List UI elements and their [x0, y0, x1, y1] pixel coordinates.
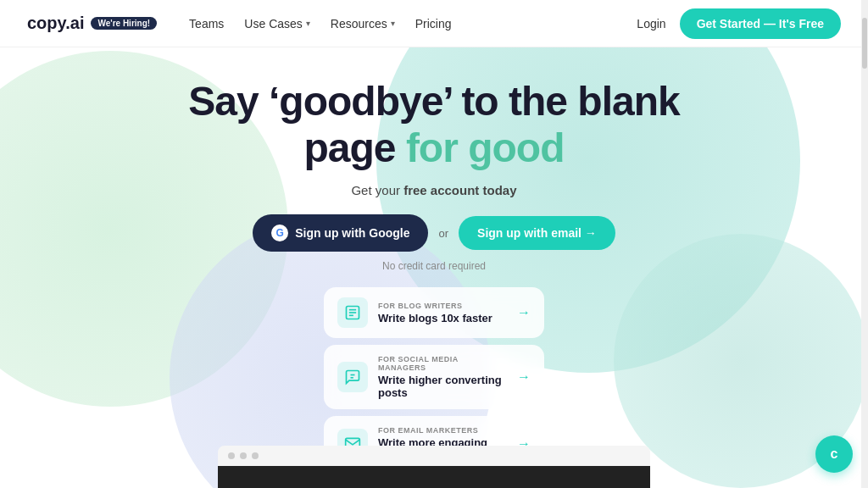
google-icon: G — [271, 225, 288, 241]
google-signup-button[interactable]: G Sign up with Google — [253, 214, 428, 252]
chat-icon-label: c — [831, 446, 838, 462]
window-dot-2 — [240, 452, 247, 459]
video-bar-controls — [218, 446, 650, 466]
social-card-content: FOR SOCIAL MEDIA MANAGERS Write higher c… — [378, 355, 507, 399]
blog-card-content: FOR BLOG WRITERS Write blogs 10x faster — [378, 302, 507, 324]
get-started-button[interactable]: Get Started — It's Free — [680, 8, 841, 39]
logo-text: copy.ai — [27, 14, 84, 33]
blog-card-label: FOR BLOG WRITERS — [378, 302, 507, 310]
hero-title: Say ‘goodbye’ to the blank page for good — [188, 78, 679, 171]
blog-icon — [337, 297, 368, 328]
hiring-badge: We're Hiring! — [91, 17, 157, 30]
feature-cards: FOR BLOG WRITERS Write blogs 10x faster … — [324, 287, 544, 472]
no-credit-card-text: No credit card required — [382, 260, 486, 272]
chat-button[interactable]: c — [815, 435, 853, 473]
nav-link-teams[interactable]: Teams — [181, 12, 232, 36]
hero-section: Say ‘goodbye’ to the blank page for good… — [0, 47, 868, 472]
nav-label-resources: Resources — [331, 17, 387, 30]
chevron-down-icon: ▾ — [306, 19, 310, 28]
logo[interactable]: copy.ai We're Hiring! — [27, 14, 157, 33]
scrollbar-thumb[interactable] — [862, 18, 867, 69]
social-card-title: Write higher converting posts — [378, 374, 507, 399]
social-card-arrow-icon: → — [517, 369, 531, 385]
nav-label-use-cases: Use Cases — [244, 17, 302, 30]
hero-title-line1: Say ‘goodbye’ to the blank — [188, 79, 679, 124]
nav-link-use-cases[interactable]: Use Cases ▾ — [236, 12, 318, 36]
email-signup-button[interactable]: Sign up with email → — [459, 216, 615, 250]
email-btn-label: Sign up with email → — [477, 226, 597, 240]
hero-title-line2: page — [304, 125, 396, 170]
window-dot-1 — [228, 452, 235, 459]
social-icon — [337, 362, 368, 392]
blog-card-title: Write blogs 10x faster — [378, 312, 507, 324]
nav-label-teams: Teams — [189, 17, 224, 30]
or-separator: or — [438, 227, 448, 240]
window-dot-3 — [252, 452, 259, 459]
nav-link-resources[interactable]: Resources ▾ — [322, 12, 403, 36]
nav-link-pricing[interactable]: Pricing — [407, 12, 460, 36]
nav-links: Teams Use Cases ▾ Resources ▾ Pricing — [181, 12, 637, 36]
google-btn-label: Sign up with Google — [295, 226, 409, 240]
logo-copy: copy — [27, 14, 65, 32]
login-button[interactable]: Login — [637, 17, 665, 30]
hero-subtitle: Get your free account today — [351, 183, 516, 197]
email-card-label: FOR EMAIL MARKETERS — [378, 426, 507, 435]
logo-ai: .ai — [65, 14, 84, 32]
subtitle-prefix: Get your — [351, 183, 400, 197]
blog-card-arrow-icon: → — [517, 305, 531, 320]
navbar: copy.ai We're Hiring! Teams Use Cases ▾ … — [0, 0, 868, 47]
video-preview — [218, 446, 650, 488]
nav-label-pricing: Pricing — [415, 17, 452, 30]
scrollbar[interactable] — [861, 0, 868, 488]
feature-card-blog[interactable]: FOR BLOG WRITERS Write blogs 10x faster … — [324, 287, 544, 338]
chevron-down-icon: ▾ — [391, 19, 395, 28]
signup-row: G Sign up with Google or Sign up with em… — [253, 214, 615, 252]
subtitle-bold: free account today — [403, 183, 516, 197]
nav-right: Login Get Started — It's Free — [637, 8, 841, 39]
feature-card-social[interactable]: FOR SOCIAL MEDIA MANAGERS Write higher c… — [324, 345, 544, 409]
social-card-label: FOR SOCIAL MEDIA MANAGERS — [378, 355, 507, 372]
hero-title-highlight: for good — [406, 125, 565, 170]
video-screen — [218, 466, 650, 488]
